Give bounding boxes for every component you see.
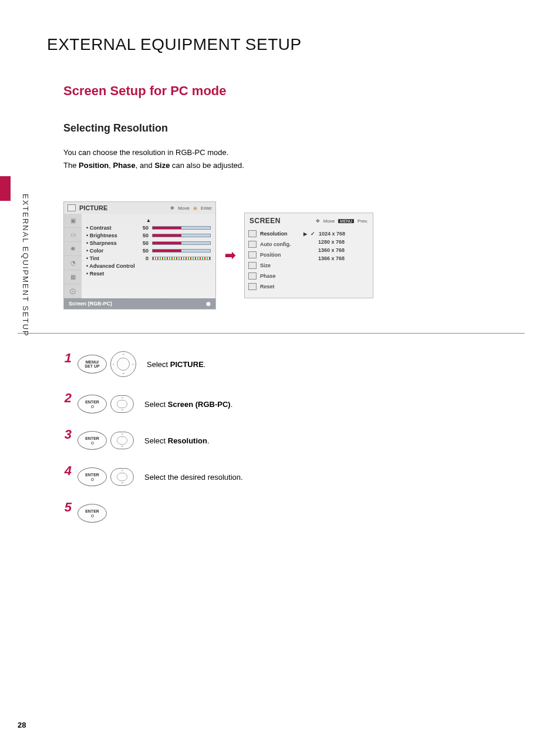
picture-osd-title: PICTURE [79,204,107,211]
tint-bar [152,257,211,260]
picture-header-icon [68,204,76,211]
remote-buttons: MENU/ SET UP ⌃ ⌄ ‹ › [77,351,136,377]
picture-row-tint: • Tint 0 [86,255,211,261]
picture-osd: PICTURE ✥ Move ◉ Enter ▣ ▭ ✺ ◔ [63,201,216,309]
section-subtitle: Screen Setup for PC mode [63,83,525,99]
remote-buttons: ENTER ⌃ ⌄ [77,431,134,450]
item-icon [248,251,257,258]
picture-row: • Contrast 50 [86,225,211,231]
chevron-down-icon: ⌄ [122,370,126,375]
picture-osd-main: ▲ • Contrast 50 • Brightness 50 • Sharpn… [82,214,215,298]
picture-row: • Brightness 50 [86,233,211,238]
page-title: EXTERNAL EQUIPMENT SETUP [47,35,537,54]
btn-line2: SET UP [85,364,99,368]
content: Screen Setup for PC mode Selecting Resol… [63,83,525,523]
screen-menu-item: Reset [248,281,307,292]
screen-menu-item: Size [248,260,307,271]
chevron-up-icon: ⌃ [122,353,126,358]
step-1: 1 MENU/ SET UP ⌃ ⌄ ‹ › Select PICT [63,351,525,377]
picture-label: • Contrast [86,225,133,231]
side-vertical-label: EXTERNAL EQUIPMENT SETUP [21,194,30,337]
tint-label: • Tint [86,255,133,261]
step-number: 5 [63,500,72,515]
intro-bold-position: Position [79,161,109,170]
screen-osd-header: SCREEN ✥ Move MENU Prev. [245,213,373,228]
chevron-down-icon: ⌄ [120,479,124,484]
remote-buttons: ENTER [77,504,107,523]
intro-sep2: , and [136,161,155,170]
screen-item-list: Resolution ▶ Auto config. Position Size … [245,228,311,292]
item-label: Auto config. [260,241,291,247]
picture-value: 50 [137,248,149,254]
section-divider [18,333,525,334]
chevron-down-icon: ⌄ [120,406,124,412]
dot-icon [91,405,94,408]
remote-buttons: ENTER ⌃ ⌄ [77,467,134,486]
sidebar-icon-time: ◔ [64,256,82,270]
step-number: 2 [63,391,72,406]
chevron-up-icon: ⌃ [120,469,124,475]
picture-row-reset: • Reset [86,271,211,277]
chevron-down-icon: ⌄ [120,443,124,448]
picture-label: • Sharpness [86,240,133,246]
screen-menu-item: Position [248,250,307,260]
item-label: Reset [260,284,275,290]
step-3: 3 ENTER ⌃ ⌄ Select Resolution. [63,431,525,450]
screen-menu-item: Auto config. [248,239,307,250]
resolution-option: 1366 x 768 [311,254,373,263]
sidebar-icon-audio: ▭ [64,228,82,242]
step-post: . [204,360,206,369]
step-text: Select Screen (RGB-PC). [144,400,232,409]
dot-icon [91,514,94,517]
picture-row: • Sharpness 50 [86,240,211,246]
enter-button: ENTER [77,504,107,523]
step-number: 3 [63,427,72,442]
step-pre: Select [144,436,168,445]
prev-hint: Prev. [357,218,368,224]
btn-label: ENTER [85,400,99,404]
picture-osd-footer-selected: Screen (RGB-PC) ◉ [64,298,215,309]
picture-value: 50 [137,240,149,246]
step-pre: Select [144,400,168,409]
step-text: Select Resolution. [144,436,210,445]
picture-label: • Color [86,248,133,254]
osd-panels: PICTURE ✥ Move ◉ Enter ▣ ▭ ✺ ◔ [63,201,525,309]
item-icon [248,262,257,269]
resolution-option: 1024 x 768 [311,230,373,238]
picture-value: 50 [137,225,149,231]
updown-icon: ⌃ ⌄ [110,468,134,486]
slider-bar [152,234,211,237]
item-icon [248,241,257,248]
step-2: 2 ENTER ⌃ ⌄ Select Screen (RGB-PC). [63,395,525,413]
screen-menu-item: Phase [248,271,307,281]
item-label: Resolution [260,231,288,237]
picture-row-advanced: • Advanced Control [86,263,211,269]
enter-button: ENTER [77,431,107,450]
step-number: 4 [63,463,72,479]
picture-osd-header: PICTURE ✥ Move ◉ Enter [64,202,215,214]
step-text: Select PICTURE. [147,360,205,369]
scroll-up-icon: ▲ [86,217,211,223]
move-hint: Move [178,206,190,211]
step-bold: Resolution [168,436,207,445]
chevron-up-icon: ⌃ [120,433,124,438]
step-bold: Screen (RGB-PC) [168,400,231,409]
item-icon [248,272,257,280]
picture-value: 50 [137,233,149,238]
tint-value: 0 [137,255,149,261]
picture-label: • Brightness [86,233,133,238]
item-label: Phase [260,273,276,279]
step-list: 1 MENU/ SET UP ⌃ ⌄ ‹ › Select PICT [63,351,525,523]
dot-icon [91,478,94,481]
sidebar-icon-option: ▦ [64,270,82,284]
resolution-option: 1280 x 768 [311,238,373,246]
step-post: . [231,400,233,409]
step-text: Select the desired resolution. [144,473,243,482]
intro-line-1: You can choose the resolution in RGB-PC … [63,146,525,159]
sidebar-icon-setup: ✺ [64,242,82,256]
page-root: EXTERNAL EQUIPMENT SETUP EXTERNAL EQUIPM… [0,0,560,747]
enter-button: ENTER [77,467,107,486]
updown-icon: ⌃ ⌄ [110,432,134,449]
menu-setup-button: MENU/ SET UP [77,355,107,374]
move-icon: ✥ [170,206,174,211]
